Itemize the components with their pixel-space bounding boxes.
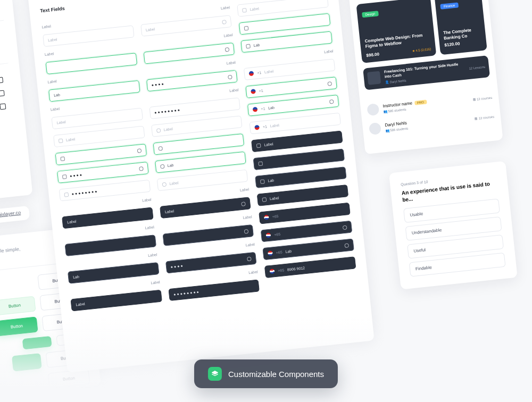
icon-grid-outline (0, 76, 13, 124)
course-badge: Design (362, 11, 379, 18)
flag-icon (268, 250, 273, 256)
textfield-dark-mail-focus[interactable] (253, 148, 345, 170)
lock-icon (59, 138, 63, 143)
textfield-dark-pw-full[interactable]: ●●●●●●●● (168, 279, 260, 301)
textfield-dark-mail-filled[interactable]: Label (257, 185, 348, 206)
textfield-focus-empty[interactable] (46, 53, 137, 74)
textfield-phone[interactable]: +1Label (244, 58, 335, 80)
button-primary-2[interactable] (22, 336, 52, 350)
textfield-icon-focus[interactable] (55, 144, 147, 165)
user-icon (156, 128, 161, 133)
textfield-password[interactable]: ●●●●●●●● (59, 180, 151, 202)
textfield-user-focus[interactable] (153, 133, 244, 155)
textfield-phone-focus[interactable]: +1 (246, 77, 337, 98)
textfield-phone-typing[interactable]: +1Lab (247, 95, 339, 116)
course-card-dark[interactable]: Finance The Complete Banking Co $120.00 (435, 0, 487, 55)
pro-badge: PRO (414, 99, 427, 105)
course-card-dark[interactable]: Design Complete Web Design: From Figma t… (356, 0, 436, 63)
user-icon (160, 164, 165, 169)
search-icon (0, 103, 6, 110)
textfield-dark-phone[interactable]: +65 (259, 203, 351, 224)
button-primary-3[interactable] (12, 353, 42, 371)
textfield-icon[interactable]: Label (53, 125, 145, 147)
textfield-pw-dots[interactable]: ●●●●●●●● (149, 97, 240, 119)
course-thumb (367, 71, 381, 85)
textfield-dark-suffix[interactable]: Label (160, 197, 251, 219)
clear-icon[interactable] (344, 243, 349, 248)
user-icon (162, 182, 167, 187)
textfield-user[interactable]: Label (151, 115, 243, 137)
mail-icon (242, 7, 247, 12)
flag-icon (264, 215, 269, 220)
mail-icon (262, 197, 267, 202)
flag-us-icon (249, 71, 254, 76)
button-light[interactable]: Button (0, 296, 36, 316)
eye-icon[interactable] (137, 148, 142, 153)
icons-tagline: people instantly understand. (0, 7, 3, 29)
cart-icon (0, 90, 5, 96)
eye-icon[interactable] (247, 256, 252, 261)
mail-icon (256, 143, 261, 148)
eye-icon[interactable] (225, 47, 230, 52)
textfield-dark-typing[interactable]: Lab (68, 262, 159, 284)
link-panel: www.pixlayer.co (0, 206, 30, 236)
banner-text: Customizable Components (228, 370, 324, 379)
course-badge: Finance (440, 2, 458, 9)
textfield-mail-typing[interactable]: Lab (241, 31, 332, 53)
flag-icon (266, 233, 271, 238)
textfield-dark-mail-typing[interactable]: Lab (255, 166, 346, 188)
flag-us-icon (251, 89, 256, 94)
mail-icon (246, 44, 251, 48)
svg-marker-0 (212, 371, 218, 374)
textfield-suffix-focus[interactable] (143, 43, 235, 64)
button-outline-6[interactable]: Button (48, 369, 90, 389)
course-rating: ★ 4.5 (2,616) (412, 47, 431, 53)
textfield-user-filled[interactable]: Label (156, 170, 248, 191)
icons-panel: people instantly understand. (0, 0, 32, 213)
user-icon (158, 146, 163, 150)
textfield-empty[interactable]: Label (43, 25, 134, 47)
textfield-dark-pw[interactable]: ●●●● (165, 252, 257, 274)
eye-icon[interactable] (139, 166, 144, 171)
button-primary[interactable]: Button (0, 316, 38, 336)
eye-icon[interactable] (222, 20, 227, 24)
text-fields-panel: Components Text Fields A text field is a… (23, 0, 374, 373)
banner-pill: Customizable Components (194, 359, 338, 388)
textfield-pw-suffix[interactable]: ●●●● (146, 70, 238, 92)
eye-icon[interactable] (241, 202, 246, 206)
textfield-dark-phone-focus[interactable]: +65 (261, 221, 352, 242)
textfield-dark-filled[interactable]: Label (70, 290, 162, 312)
lock-icon (62, 174, 67, 179)
courses-panel: Complete Web Design: From Figma to Webfl… (341, 0, 503, 154)
textfield-dark-suffix-focus[interactable] (162, 224, 254, 246)
avatar (367, 103, 379, 116)
textfield-dark-focus[interactable] (65, 234, 156, 256)
flag-icon (270, 269, 275, 274)
mail-icon (259, 161, 263, 166)
textfield-phone-filled[interactable]: +1Label (250, 113, 341, 135)
textfield-user-typing[interactable]: Lab (155, 152, 246, 173)
clear-icon[interactable] (329, 99, 334, 104)
flag-us-icon (254, 125, 260, 130)
clear-icon[interactable] (327, 81, 332, 86)
lock-icon (64, 192, 69, 197)
course-price: $98.00 (366, 52, 379, 58)
filter-icon (0, 77, 3, 83)
textfield-dark-phone-typing[interactable]: +65Lab (263, 238, 354, 260)
textfield-password-focus[interactable]: ●●●● (57, 162, 148, 183)
clear-icon[interactable] (343, 225, 347, 230)
mail-icon (260, 179, 265, 184)
textfield-dark[interactable]: Label (62, 207, 153, 229)
textfield-focus-typing[interactable]: Lab (48, 80, 140, 102)
flag-us-icon (253, 107, 258, 112)
textfield-dark-phone-filled[interactable]: +658906 9012 (264, 256, 356, 278)
pixlayer-link[interactable]: www.pixlayer.co (0, 210, 21, 219)
textfield-suffix[interactable]: Label (140, 15, 232, 37)
textfield-dark-mail[interactable]: Label (251, 131, 343, 153)
textfield-filled[interactable]: Label (51, 108, 143, 130)
eye-icon[interactable] (228, 74, 232, 79)
textfield-mail-focus[interactable] (239, 13, 330, 35)
eye-icon[interactable] (244, 229, 249, 233)
mail-icon (244, 26, 249, 30)
layers-icon (208, 367, 222, 381)
